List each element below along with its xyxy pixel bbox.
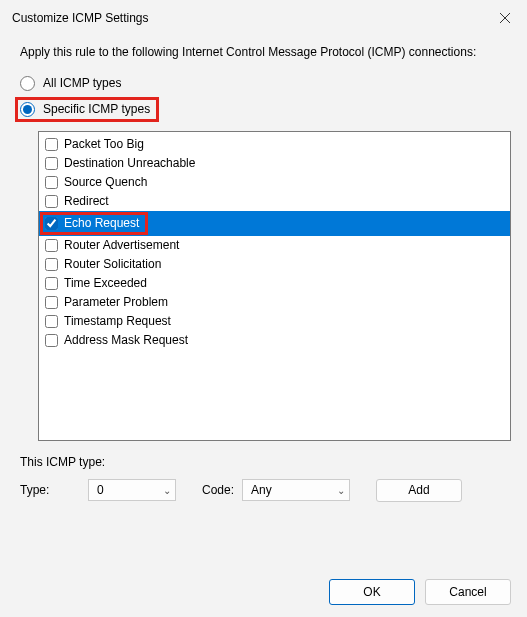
list-item-checkbox[interactable] <box>45 258 58 271</box>
list-item[interactable]: Router Solicitation <box>39 255 510 274</box>
list-item-checkbox[interactable] <box>45 334 58 347</box>
ok-button[interactable]: OK <box>329 579 415 605</box>
radio-specific-icmp-input[interactable] <box>20 102 35 117</box>
this-icmp-type-label: This ICMP type: <box>20 455 511 469</box>
type-value: 0 <box>97 483 104 497</box>
list-item[interactable]: Destination Unreachable <box>39 154 510 173</box>
titlebar: Customize ICMP Settings <box>0 0 527 34</box>
chevron-down-icon: ⌄ <box>337 485 345 496</box>
radio-specific-icmp-label: Specific ICMP types <box>43 102 150 116</box>
list-item-label: Source Quench <box>64 174 147 191</box>
list-item[interactable]: Address Mask Request <box>39 331 510 350</box>
list-item-checkbox[interactable] <box>45 296 58 309</box>
highlight-specific: Specific ICMP types <box>15 97 159 122</box>
icmp-scope-radio-group: All ICMP types Specific ICMP types <box>20 73 511 125</box>
code-value: Any <box>251 483 272 497</box>
list-item-checkbox[interactable] <box>45 239 58 252</box>
type-code-row: Type: 0 ⌄ Code: Any ⌄ Add <box>20 479 511 502</box>
radio-all-icmp-label: All ICMP types <box>43 76 121 90</box>
list-item-label: Address Mask Request <box>64 332 188 349</box>
list-item-checkbox[interactable] <box>45 176 58 189</box>
code-combo[interactable]: Any ⌄ <box>242 479 350 501</box>
chevron-down-icon: ⌄ <box>163 485 171 496</box>
list-item-label: Echo Request <box>64 215 139 232</box>
list-item-checkbox[interactable] <box>45 138 58 151</box>
list-item[interactable]: Time Exceeded <box>39 274 510 293</box>
list-item-label: Timestamp Request <box>64 313 171 330</box>
dialog-content: Apply this rule to the following Interne… <box>0 34 527 514</box>
close-button[interactable] <box>493 6 517 30</box>
list-item[interactable]: Timestamp Request <box>39 312 510 331</box>
type-combo[interactable]: 0 ⌄ <box>88 479 176 501</box>
list-item[interactable]: Packet Too Big <box>39 135 510 154</box>
list-item[interactable]: Redirect <box>39 192 510 211</box>
icmp-types-listbox[interactable]: Packet Too BigDestination UnreachableSou… <box>38 131 511 441</box>
list-item-checkbox[interactable] <box>45 277 58 290</box>
list-item-label: Destination Unreachable <box>64 155 195 172</box>
list-item-label: Parameter Problem <box>64 294 168 311</box>
code-label: Code: <box>202 483 234 497</box>
list-item[interactable]: Parameter Problem <box>39 293 510 312</box>
radio-specific-icmp[interactable]: Specific ICMP types <box>20 102 150 117</box>
list-item-label: Router Solicitation <box>64 256 161 273</box>
list-item-label: Redirect <box>64 193 109 210</box>
dialog-footer: OK Cancel <box>329 579 511 605</box>
list-item-checkbox[interactable] <box>45 195 58 208</box>
add-button[interactable]: Add <box>376 479 462 502</box>
highlight-echo-request: Echo Request <box>40 212 148 235</box>
radio-all-icmp[interactable]: All ICMP types <box>20 73 511 94</box>
type-label: Type: <box>20 483 80 497</box>
list-item-checkbox[interactable] <box>45 217 58 230</box>
instructions-text: Apply this rule to the following Interne… <box>20 44 511 61</box>
list-item[interactable]: Source Quench <box>39 173 510 192</box>
list-item[interactable]: Echo Request <box>39 211 510 236</box>
list-item-checkbox[interactable] <box>45 315 58 328</box>
list-item-checkbox[interactable] <box>45 157 58 170</box>
cancel-button[interactable]: Cancel <box>425 579 511 605</box>
list-item-label: Router Advertisement <box>64 237 179 254</box>
list-item-label: Packet Too Big <box>64 136 144 153</box>
list-item-label: Time Exceeded <box>64 275 147 292</box>
close-icon <box>499 12 511 24</box>
window-title: Customize ICMP Settings <box>12 11 149 25</box>
list-item[interactable]: Router Advertisement <box>39 236 510 255</box>
radio-all-icmp-input[interactable] <box>20 76 35 91</box>
